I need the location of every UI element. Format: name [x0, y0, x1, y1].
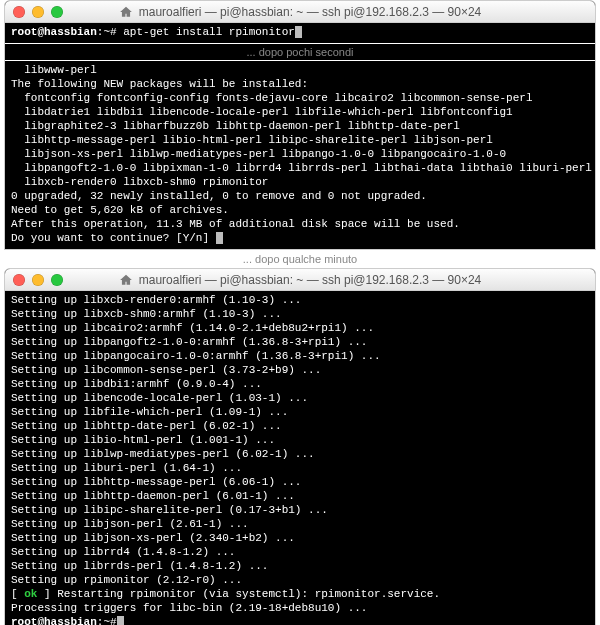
line: Setting up libencode-locale-perl (1.03-1…: [11, 392, 308, 404]
line: Setting up libcommon-sense-perl (3.73-2+…: [11, 364, 321, 376]
line: Setting up libipc-sharelite-perl (0.17-3…: [11, 504, 328, 516]
prompt-path: :~#: [97, 26, 117, 38]
caption-1: ... dopo pochi secondi: [5, 44, 595, 60]
line: Setting up libfile-which-perl (1.09-1) .…: [11, 406, 288, 418]
line: fontconfig fontconfig-config fonts-dejav…: [11, 92, 533, 104]
line: Setting up liblwp-mediatypes-perl (6.02-…: [11, 448, 315, 460]
title-wrap: mauroalfieri — pi@hassbian: ~ — ssh pi@1…: [5, 273, 595, 287]
home-icon: [119, 273, 133, 287]
caption-2: ... dopo qualche minuto: [0, 251, 600, 267]
line: libjson-xs-perl liblwp-mediatypes-perl l…: [11, 148, 506, 160]
terminal-output-1b[interactable]: libwww-perl The following NEW packages w…: [5, 61, 595, 249]
line: libpangoft2-1.0-0 libpixman-1-0 librrd4 …: [11, 162, 592, 174]
line: Setting up libxcb-shm0:armhf (1.10-3) ..…: [11, 308, 282, 320]
cursor-icon: [117, 616, 124, 625]
line: Setting up libjson-perl (2.61-1) ...: [11, 518, 249, 530]
cursor-icon: [295, 26, 302, 38]
line: libwww-perl: [11, 64, 97, 76]
cursor-icon: [216, 232, 223, 244]
line-restart: [ ok ] Restarting rpimonitor (via system…: [11, 588, 440, 600]
terminal-output-2[interactable]: Setting up libxcb-render0:armhf (1.10-3)…: [5, 291, 595, 625]
terminal-window-1: mauroalfieri — pi@hassbian: ~ — ssh pi@1…: [4, 0, 596, 250]
line: libgraphite2-3 libharfbuzz0b libhttp-dae…: [11, 120, 460, 132]
line: Setting up libcairo2:armhf (1.14.0-2.1+d…: [11, 322, 374, 334]
window-title-1: mauroalfieri — pi@hassbian: ~ — ssh pi@1…: [139, 5, 482, 19]
minimize-icon[interactable]: [32, 6, 44, 18]
line: Setting up liburi-perl (1.64-1) ...: [11, 462, 242, 474]
window-title-2: mauroalfieri — pi@hassbian: ~ — ssh pi@1…: [139, 273, 482, 287]
line: Setting up libio-html-perl (1.001-1) ...: [11, 434, 275, 446]
window-controls: [13, 274, 63, 286]
line: Setting up libdbi1:armhf (0.9.0-4) ...: [11, 378, 262, 390]
line: Setting up libhttp-message-perl (6.06-1)…: [11, 476, 301, 488]
prompt-user: root@hassbian: [11, 616, 97, 625]
line: libhttp-message-perl libio-html-perl lib…: [11, 134, 493, 146]
line: 0 upgraded, 32 newly installed, 0 to rem…: [11, 190, 427, 202]
line: The following NEW packages will be insta…: [11, 78, 308, 90]
line: Setting up libhttp-date-perl (6.02-1) ..…: [11, 420, 282, 432]
titlebar-1[interactable]: mauroalfieri — pi@hassbian: ~ — ssh pi@1…: [5, 1, 595, 23]
prompt-user: root@hassbian: [11, 26, 97, 38]
line: Setting up librrd4 (1.4.8-1.2) ...: [11, 546, 235, 558]
zoom-icon[interactable]: [51, 6, 63, 18]
line: Setting up libjson-xs-perl (2.340-1+b2) …: [11, 532, 295, 544]
line: Setting up librrds-perl (1.4.8-1.2) ...: [11, 560, 268, 572]
prompt-path: :~#: [97, 616, 117, 625]
titlebar-2[interactable]: mauroalfieri — pi@hassbian: ~ — ssh pi@1…: [5, 269, 595, 291]
line: Need to get 5,620 kB of archives.: [11, 204, 229, 216]
terminal-output-1[interactable]: root@hassbian:~# apt-get install rpimoni…: [5, 23, 595, 43]
zoom-icon[interactable]: [51, 274, 63, 286]
ok-status: ok: [24, 588, 37, 600]
title-wrap: mauroalfieri — pi@hassbian: ~ — ssh pi@1…: [5, 5, 595, 19]
line: Setting up libxcb-render0:armhf (1.10-3)…: [11, 294, 301, 306]
line: Setting up rpimonitor (2.12-r0) ...: [11, 574, 242, 586]
terminal-window-2: mauroalfieri — pi@hassbian: ~ — ssh pi@1…: [4, 268, 596, 625]
line: Setting up libpangocairo-1.0-0:armhf (1.…: [11, 350, 381, 362]
line: After this operation, 11.3 MB of additio…: [11, 218, 460, 230]
line: libdatrie1 libdbi1 libencode-locale-perl…: [11, 106, 513, 118]
window-controls: [13, 6, 63, 18]
line: libxcb-render0 libxcb-shm0 rpimonitor: [11, 176, 268, 188]
minimize-icon[interactable]: [32, 274, 44, 286]
line: Setting up libpangoft2-1.0-0:armhf (1.36…: [11, 336, 367, 348]
home-icon: [119, 5, 133, 19]
close-icon[interactable]: [13, 6, 25, 18]
line: Processing triggers for libc-bin (2.19-1…: [11, 602, 367, 614]
close-icon[interactable]: [13, 274, 25, 286]
command-text: apt-get install rpimonitor: [123, 26, 295, 38]
line: Setting up libhttp-daemon-perl (6.01-1) …: [11, 490, 295, 502]
line: Do you want to continue? [Y/n]: [11, 232, 216, 244]
